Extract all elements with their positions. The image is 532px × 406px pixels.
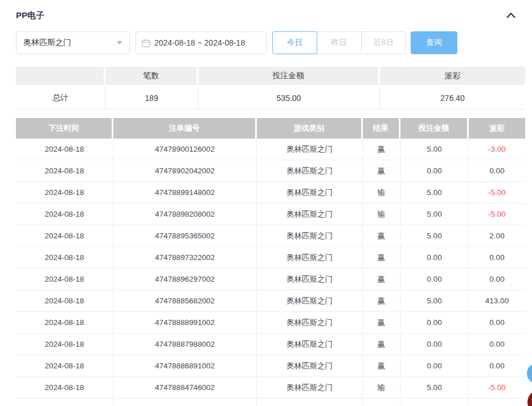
payout-cell: 0.00 <box>469 247 525 269</box>
bet-amount-cell: 0.00 <box>400 160 469 182</box>
summary-total-count: 189 <box>105 87 198 109</box>
bet-time-cell: 2024-08-18 <box>16 160 113 182</box>
page-title: PP电子 <box>16 10 44 21</box>
game-category-cell: 奥林匹斯之门 <box>257 269 363 290</box>
bet-amount-cell: 0.00 <box>400 269 469 290</box>
result-cell: 输 <box>363 204 400 225</box>
bet-time-cell: 2024-08-18 <box>16 290 113 312</box>
payout-cell: 413.00 <box>469 290 525 312</box>
query-button[interactable]: 查询 <box>411 31 457 54</box>
bet-id-cell: 47478886891002 <box>113 355 257 377</box>
table-row: 2024-08-1847478896297002奥林匹斯之门赢0.000.00 <box>16 269 525 290</box>
bet-amount-cell: 0.00 <box>400 334 469 355</box>
result-cell: 赢 <box>363 160 400 182</box>
col-header-payout: 派彩 <box>469 118 525 139</box>
bet-id-cell: 47478902042002 <box>113 160 257 182</box>
bet-time-cell: 2024-08-18 <box>16 225 113 247</box>
bet-id-cell: 47478888991002 <box>113 312 257 334</box>
bet-amount-cell: 5.00 <box>400 139 469 160</box>
bet-amount-cell: 5.00 <box>400 225 469 247</box>
payout-cell: 0.00 <box>469 312 525 334</box>
payout-cell: 0.00 <box>469 160 525 182</box>
table-row: 2024-08-1847478897322002奥林匹斯之门赢0.000.00 <box>16 247 525 269</box>
payout-cell: 0.00 <box>469 355 525 377</box>
col-header-game-category: 游戏类别 <box>257 118 363 139</box>
result-cell: 赢 <box>363 139 400 160</box>
summary-header-count: 笔数 <box>105 67 198 87</box>
bet-table-body: 2024-08-1847478900126002奥林匹斯之门赢5.00-3.00… <box>16 139 525 405</box>
filter-bar: 奥林匹斯之门 2024-08-18 ~ 2024-08-18 今日 昨日 近8日… <box>16 31 525 54</box>
result-cell: 赢 <box>363 334 400 355</box>
chevron-down-icon <box>117 41 122 44</box>
table-row: 2024-08-1847478884746002奥林匹斯之门输5.00-5.00 <box>16 377 525 399</box>
empty-cell <box>257 399 363 405</box>
game-category-cell: 奥林匹斯之门 <box>257 355 363 377</box>
table-row: 2024-08-1847478888991002奥林匹斯之门赢0.000.00 <box>16 312 525 334</box>
col-header-bet-amount: 投注金额 <box>400 118 469 139</box>
panel-header: PP电子 <box>16 8 525 23</box>
game-category-cell: 奥林匹斯之门 <box>257 182 363 204</box>
bet-id-cell: 47478887988002 <box>113 334 257 355</box>
table-row: 2024-08-1847478899148002奥林匹斯之门输5.00-5.00 <box>16 182 525 204</box>
payout-cell: 2.00 <box>469 225 525 247</box>
payout-cell: -5.00 <box>469 204 525 225</box>
bet-id-cell: 47478898208002 <box>113 204 257 225</box>
game-select[interactable]: 奥林匹斯之门 <box>16 31 130 54</box>
game-category-cell: 奥林匹斯之门 <box>257 312 363 334</box>
summary-header-blank <box>16 67 105 87</box>
result-cell: 赢 <box>363 247 400 269</box>
game-category-cell: 奥林匹斯之门 <box>257 225 363 247</box>
table-row: 2024-08-1847478902042002奥林匹斯之门赢0.000.00 <box>16 160 525 182</box>
empty-cell <box>16 399 113 405</box>
summary-table: 笔数 投注金额 派彩 总计 189 535.00 276.40 <box>16 67 525 109</box>
pp-electronic-panel: PP电子 奥林匹斯之门 2024-08-18 ~ 2024- <box>0 0 532 405</box>
table-row: 2024-08-1847478898208002奥林匹斯之门输5.00-5.00 <box>16 204 525 225</box>
bet-time-cell: 2024-08-18 <box>16 204 113 225</box>
empty-cell <box>400 399 469 405</box>
last-8-days-button[interactable]: 近8日 <box>361 31 406 54</box>
bet-time-cell: 2024-08-18 <box>16 334 113 355</box>
payout-cell: 0.00 <box>469 269 525 290</box>
bet-id-cell: 47478899148002 <box>113 182 257 204</box>
summary-total-bet-amount: 535.00 <box>198 87 380 109</box>
table-row: 2024-08-1847478895365002奥林匹斯之门赢5.002.00 <box>16 225 525 247</box>
bet-time-cell: 2024-08-18 <box>16 247 113 269</box>
col-header-result: 结果 <box>363 118 400 139</box>
quick-range-group: 今日 昨日 近8日 <box>272 31 406 54</box>
bet-records-table: 下注时间 注单编号 游戏类别 结果 投注金额 派彩 2024-08-184747… <box>16 118 525 405</box>
table-row: 2024-08-1847478887988002奥林匹斯之门赢0.000.00 <box>16 334 525 355</box>
chevron-up-icon <box>506 11 516 19</box>
date-range-value: 2024-08-18 ~ 2024-08-18 <box>154 38 245 47</box>
bet-id-cell: 47478896297002 <box>113 269 257 290</box>
game-category-cell: 奥林匹斯之门 <box>257 160 363 182</box>
result-cell: 赢 <box>363 290 400 312</box>
result-cell: 输 <box>363 182 400 204</box>
bet-time-cell: 2024-08-18 <box>16 182 113 204</box>
table-row: 2024-08-1847478900126002奥林匹斯之门赢5.00-3.00 <box>16 139 525 160</box>
bet-time-cell: 2024-08-18 <box>16 377 113 399</box>
date-range-picker[interactable]: 2024-08-18 ~ 2024-08-18 <box>136 31 267 54</box>
bet-amount-cell: 5.00 <box>400 377 469 399</box>
payout-cell: 0.00 <box>469 334 525 355</box>
bet-id-cell: 47478897322002 <box>113 247 257 269</box>
result-cell: 赢 <box>363 269 400 290</box>
bet-amount-cell: 0.00 <box>400 355 469 377</box>
bet-id-cell: 47478884746002 <box>113 377 257 399</box>
table-row: 2024-08-1847478885682002奥林匹斯之门赢5.00413.0… <box>16 290 525 312</box>
game-category-cell: 奥林匹斯之门 <box>257 290 363 312</box>
bet-amount-cell: 0.00 <box>400 312 469 334</box>
payout-cell: -5.00 <box>469 377 525 399</box>
result-cell: 赢 <box>363 355 400 377</box>
payout-cell: -5.00 <box>469 182 525 204</box>
yesterday-button[interactable]: 昨日 <box>317 31 362 54</box>
table-row-partial <box>16 399 525 405</box>
result-cell: 输 <box>363 377 400 399</box>
today-button[interactable]: 今日 <box>272 31 317 54</box>
game-category-cell: 奥林匹斯之门 <box>257 204 363 225</box>
collapse-panel-button[interactable] <box>505 9 517 22</box>
bet-time-cell: 2024-08-18 <box>16 269 113 290</box>
bet-id-cell: 47478895365002 <box>113 225 257 247</box>
bet-amount-cell: 5.00 <box>400 290 469 312</box>
result-cell: 赢 <box>363 312 400 334</box>
table-row: 2024-08-1847478886891002奥林匹斯之门赢0.000.00 <box>16 355 525 377</box>
